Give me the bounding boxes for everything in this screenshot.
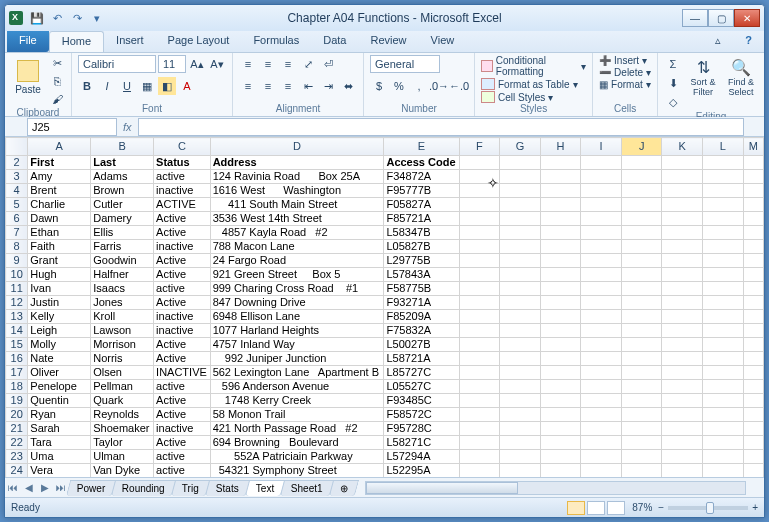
zoom-out-button[interactable]: −	[658, 502, 664, 513]
page-layout-view-button[interactable]	[587, 501, 605, 515]
cell-D13[interactable]: 6948 Ellison Lane	[210, 310, 384, 324]
cell-G6[interactable]	[500, 212, 541, 226]
cell-K22[interactable]	[662, 436, 703, 450]
align-left-icon[interactable]: ≡	[239, 77, 257, 95]
row-header-23[interactable]: 23	[6, 450, 28, 464]
row-header-8[interactable]: 8	[6, 240, 28, 254]
cell-M12[interactable]	[743, 296, 763, 310]
new-sheet-button[interactable]: ⊕	[329, 480, 359, 496]
cell-L5[interactable]	[703, 198, 744, 212]
cell-L4[interactable]	[703, 184, 744, 198]
cell-B20[interactable]: Reynolds	[91, 408, 154, 422]
cell-H4[interactable]	[540, 184, 581, 198]
cell-J8[interactable]	[621, 240, 662, 254]
cell-J12[interactable]	[621, 296, 662, 310]
conditional-formatting-button[interactable]: Conditional Formatting ▾	[481, 55, 586, 77]
cell-F17[interactable]	[459, 366, 500, 380]
cell-G5[interactable]	[500, 198, 541, 212]
cell-I6[interactable]	[581, 212, 622, 226]
copy-icon[interactable]: ⎘	[49, 73, 65, 89]
cell-C7[interactable]: Active	[154, 226, 211, 240]
tab-nav-prev-icon[interactable]: ◀	[21, 480, 37, 496]
cell-E19[interactable]: F93485C	[384, 394, 459, 408]
cell-E6[interactable]: F85721A	[384, 212, 459, 226]
column-header-B[interactable]: B	[91, 138, 154, 156]
cell-I18[interactable]	[581, 380, 622, 394]
cell-K16[interactable]	[662, 352, 703, 366]
cell-F4[interactable]	[459, 184, 500, 198]
cell-D14[interactable]: 1077 Harland Heights	[210, 324, 384, 338]
cell-C14[interactable]: inactive	[154, 324, 211, 338]
clear-button[interactable]: ◇	[664, 93, 682, 111]
decrease-decimal-icon[interactable]: ←.0	[450, 77, 468, 95]
tab-insert[interactable]: Insert	[104, 31, 156, 52]
cell-F16[interactable]	[459, 352, 500, 366]
zoom-slider-thumb[interactable]	[706, 502, 714, 514]
sheet-tab-stats[interactable]: Stats	[205, 480, 250, 496]
cell-H19[interactable]	[540, 394, 581, 408]
cell-B23[interactable]: Ulman	[91, 450, 154, 464]
cell-C15[interactable]: Active	[154, 338, 211, 352]
cell-G17[interactable]	[500, 366, 541, 380]
cell-F22[interactable]	[459, 436, 500, 450]
cell-J4[interactable]	[621, 184, 662, 198]
cell-H14[interactable]	[540, 324, 581, 338]
cell-G13[interactable]	[500, 310, 541, 324]
orientation-icon[interactable]: ⤢	[299, 55, 317, 73]
tab-view[interactable]: View	[419, 31, 467, 52]
cell-C17[interactable]: INACTIVE	[154, 366, 211, 380]
cell-F5[interactable]	[459, 198, 500, 212]
cell-B4[interactable]: Brown	[91, 184, 154, 198]
cell-H18[interactable]	[540, 380, 581, 394]
border-icon[interactable]: ▦	[138, 77, 156, 95]
cell-I15[interactable]	[581, 338, 622, 352]
row-header-9[interactable]: 9	[6, 254, 28, 268]
row-header-2[interactable]: 2	[6, 156, 28, 170]
cell-M7[interactable]	[743, 226, 763, 240]
cell-A22[interactable]: Tara	[28, 436, 91, 450]
cell-D10[interactable]: 921 Green Street Box 5	[210, 268, 384, 282]
cell-A3[interactable]: Amy	[28, 170, 91, 184]
cell-M22[interactable]	[743, 436, 763, 450]
cell-L2[interactable]	[703, 156, 744, 170]
cell-F11[interactable]	[459, 282, 500, 296]
format-painter-icon[interactable]: 🖌	[49, 91, 65, 107]
cell-C13[interactable]: inactive	[154, 310, 211, 324]
cell-C6[interactable]: Active	[154, 212, 211, 226]
cell-J5[interactable]	[621, 198, 662, 212]
cell-G12[interactable]	[500, 296, 541, 310]
cell-H17[interactable]	[540, 366, 581, 380]
tab-nav-next-icon[interactable]: ▶	[37, 480, 53, 496]
sheet-tab-sheet1[interactable]: Sheet1	[280, 480, 334, 496]
tab-data[interactable]: Data	[311, 31, 358, 52]
cell-K24[interactable]	[662, 464, 703, 478]
row-header-10[interactable]: 10	[6, 268, 28, 282]
cell-M21[interactable]	[743, 422, 763, 436]
cell-I10[interactable]	[581, 268, 622, 282]
cell-A21[interactable]: Sarah	[28, 422, 91, 436]
select-all-cell[interactable]	[6, 138, 28, 156]
cell-E13[interactable]: F85209A	[384, 310, 459, 324]
tab-home[interactable]: Home	[49, 31, 104, 52]
cell-F7[interactable]	[459, 226, 500, 240]
cell-I11[interactable]	[581, 282, 622, 296]
cell-D19[interactable]: 1748 Kerry Creek	[210, 394, 384, 408]
cell-J2[interactable]	[621, 156, 662, 170]
align-center-icon[interactable]: ≡	[259, 77, 277, 95]
cell-C2[interactable]: Status	[154, 156, 211, 170]
cell-M4[interactable]	[743, 184, 763, 198]
currency-icon[interactable]: $	[370, 77, 388, 95]
cell-F9[interactable]	[459, 254, 500, 268]
close-button[interactable]: ✕	[734, 9, 760, 27]
cell-D4[interactable]: 1616 West Washington	[210, 184, 384, 198]
cell-C19[interactable]: Active	[154, 394, 211, 408]
cell-L17[interactable]	[703, 366, 744, 380]
decrease-font-icon[interactable]: A▾	[208, 55, 226, 73]
cell-H21[interactable]	[540, 422, 581, 436]
cell-J9[interactable]	[621, 254, 662, 268]
cell-G20[interactable]	[500, 408, 541, 422]
cell-E9[interactable]: L29775B	[384, 254, 459, 268]
cell-C3[interactable]: active	[154, 170, 211, 184]
cell-H13[interactable]	[540, 310, 581, 324]
cell-H10[interactable]	[540, 268, 581, 282]
